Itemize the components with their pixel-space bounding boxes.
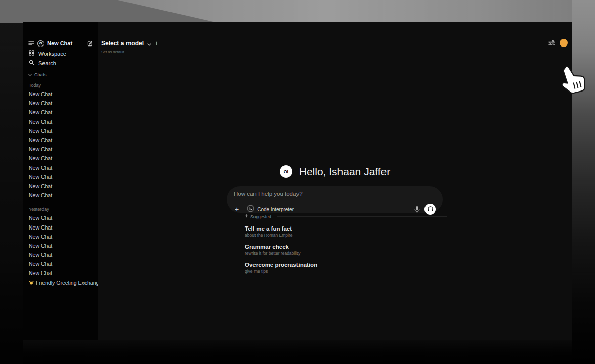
set-as-default-link[interactable]: Set as default (101, 50, 158, 54)
suggested-section: Suggested Tell me a fun factabout the Ro… (245, 214, 447, 274)
suggested-prompt[interactable]: Grammar checkrewrite it for better reada… (245, 244, 447, 256)
topbar-right (548, 39, 568, 47)
app-window: OI New Chat Workspace (23, 22, 572, 340)
chat-input[interactable] (234, 191, 436, 201)
suggested-prompt-title: Grammar check (245, 244, 447, 250)
sidebar-item-workspace[interactable]: Workspace (23, 49, 98, 58)
suggested-prompt-subtitle: about the Roman Empire (245, 233, 447, 238)
headphones-icon (427, 206, 434, 213)
chat-list-item[interactable]: New Chat (23, 268, 98, 278)
terminal-icon (247, 205, 254, 214)
suggested-prompt-subtitle: rewrite it for better readability (245, 251, 447, 256)
suggested-prompts: Tell me a fun factabout the Roman Empire… (245, 225, 447, 274)
bolt-icon (245, 214, 248, 219)
wallpaper-left (0, 23, 23, 364)
chat-list-item[interactable]: New Chat (23, 135, 98, 145)
wallpaper-bottom (23, 340, 572, 364)
sidebar-header: OI New Chat (23, 38, 98, 49)
chat-list-item[interactable]: New Chat (23, 99, 98, 108)
openwebui-logo-icon: OI (280, 165, 292, 178)
suggested-prompt-title: Tell me a fun fact (245, 225, 447, 232)
chat-list-item[interactable]: New Chat (23, 181, 98, 191)
greeting-row: OI Hello, Ishaan Jaffer (98, 165, 572, 178)
model-selector[interactable]: Select a model (101, 40, 144, 47)
chat-list-item[interactable]: New Chat (23, 222, 98, 232)
wallpaper-right (572, 0, 595, 364)
microphone-icon[interactable] (414, 206, 420, 213)
chat-list-item[interactable]: New Chat (23, 172, 98, 181)
voice-call-button[interactable] (424, 204, 436, 215)
sidebar-toggle-icon[interactable] (28, 41, 34, 46)
sidebar-new-chat-title[interactable]: New Chat (47, 40, 84, 47)
chat-list-item[interactable]: New Chat (23, 145, 98, 154)
topbar: Select a model + Set as default (101, 39, 158, 54)
chat-group-label: Yesterday (23, 200, 98, 213)
search-icon (29, 60, 34, 66)
greeting-text: Hello, Ishaan Jaffer (299, 166, 391, 178)
chat-list-item-named[interactable]: Friendly Greeting Exchange (23, 278, 98, 287)
chat-list-item[interactable]: New Chat (23, 213, 98, 222)
sidebar-item-search[interactable]: Search (23, 58, 98, 68)
chat-list-item[interactable]: New Chat (23, 241, 98, 250)
suggested-header: Suggested (245, 214, 447, 219)
suggested-prompt[interactable]: Overcome procrastinationgive me tips (245, 262, 447, 274)
chat-list: TodayNew ChatNew ChatNew ChatNew ChatNew… (23, 78, 98, 287)
new-chat-pencil-icon[interactable] (87, 41, 93, 47)
suggested-prompt-subtitle: give me tips (245, 269, 447, 274)
suggested-label: Suggested (250, 214, 271, 219)
code-interpreter-label: Code Interpreter (257, 207, 294, 212)
chat-input-box: + Code Interpreter (227, 186, 443, 213)
desktop-background: OI New Chat Workspace (0, 0, 595, 364)
controls-sliders-icon[interactable] (548, 40, 555, 46)
chat-list-item[interactable]: New Chat (23, 163, 98, 172)
chats-section-toggle[interactable]: Chats (23, 71, 98, 78)
suggested-prompt-title: Overcome procrastination (245, 262, 447, 268)
chats-section-label: Chats (34, 72, 47, 77)
sidebar-item-label: Workspace (38, 51, 66, 57)
wallpaper-top (0, 0, 595, 23)
chevron-down-icon (28, 72, 32, 77)
chat-list-item[interactable]: New Chat (23, 191, 98, 200)
chevron-down-icon[interactable] (147, 39, 151, 48)
chat-list-item-label: Friendly Greeting Exchange (36, 280, 98, 286)
grid-icon (29, 50, 34, 57)
chat-list-item[interactable]: New Chat (23, 250, 98, 259)
sidebar: OI New Chat Workspace (23, 22, 98, 340)
code-interpreter-toggle[interactable]: Code Interpreter (247, 205, 294, 214)
chat-list-item[interactable]: New Chat (23, 232, 98, 241)
main-content: Select a model + Set as default (98, 22, 572, 340)
wave-emoji-icon (29, 280, 34, 285)
chat-list-item[interactable]: New Chat (23, 89, 98, 99)
chat-list-item[interactable]: New Chat (23, 126, 98, 135)
chat-list-item[interactable]: New Chat (23, 108, 98, 117)
user-avatar[interactable] (560, 39, 568, 47)
sidebar-item-label: Search (38, 60, 56, 66)
chat-list-item[interactable]: New Chat (23, 259, 98, 268)
add-model-button[interactable]: + (155, 40, 158, 47)
chat-list-item[interactable]: New Chat (23, 117, 98, 126)
attach-plus-button[interactable]: + (234, 206, 240, 213)
suggested-prompt[interactable]: Tell me a fun factabout the Roman Empire (245, 225, 447, 238)
openwebui-logo-icon: OI (37, 40, 44, 47)
chat-list-item[interactable]: New Chat (23, 154, 98, 163)
chat-group-label: Today (23, 78, 98, 89)
